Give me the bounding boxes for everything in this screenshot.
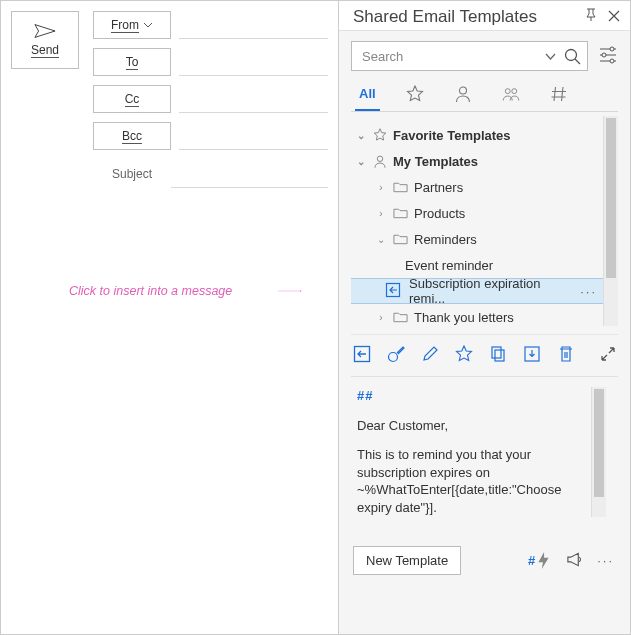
svg-point-9 — [377, 156, 382, 161]
folder-icon — [393, 181, 408, 193]
svg-rect-14 — [495, 350, 504, 361]
person-icon — [373, 154, 387, 169]
folder-icon — [393, 233, 408, 245]
from-label: From — [111, 18, 139, 33]
compose-pane: Send From To Cc — [1, 1, 339, 634]
tree-label: Subscription expiration remi... — [409, 276, 574, 306]
tree-item-event-reminder[interactable]: Event reminder — [351, 252, 603, 278]
tree-label: Event reminder — [405, 258, 493, 273]
tab-favorite-icon[interactable] — [402, 81, 428, 111]
arrow-annotation — [231, 290, 349, 292]
chevron-right-icon: › — [375, 208, 387, 219]
tab-person-icon[interactable] — [450, 81, 476, 111]
to-button[interactable]: To — [93, 48, 171, 76]
preview-hash: ## — [357, 387, 591, 405]
to-field[interactable] — [179, 48, 328, 76]
chevron-right-icon: › — [375, 312, 387, 323]
cc-label: Cc — [125, 92, 140, 107]
subject-label: Subject — [93, 167, 171, 181]
svg-point-12 — [389, 353, 398, 362]
search-icon[interactable] — [564, 48, 581, 65]
tree-label: Reminders — [414, 232, 477, 247]
bcc-label: Bcc — [122, 129, 142, 144]
send-button[interactable]: Send — [11, 11, 79, 69]
tree-label: My Templates — [393, 154, 478, 169]
tree-label: Partners — [414, 180, 463, 195]
megaphone-icon[interactable] — [566, 551, 583, 571]
chevron-down-icon — [143, 22, 153, 28]
hash-bolt-icon[interactable]: # — [528, 552, 552, 569]
tab-all[interactable]: All — [355, 82, 380, 111]
toolbar-star-icon[interactable] — [455, 345, 473, 366]
bcc-button[interactable]: Bcc — [93, 122, 171, 150]
scroll-thumb[interactable] — [606, 118, 616, 278]
svg-line-2 — [575, 59, 580, 64]
tree-item-subscription-expiration[interactable]: Subscription expiration remi... ··· — [351, 278, 603, 304]
send-icon — [34, 23, 56, 39]
toolbar-edit-icon[interactable] — [421, 345, 439, 366]
tree-folder-partners[interactable]: › Partners — [351, 174, 603, 200]
panel-title: Shared Email Templates — [353, 7, 537, 27]
tree-label: Thank you letters — [414, 310, 514, 325]
from-button[interactable]: From — [93, 11, 171, 39]
tree-folder-thank-you[interactable]: › Thank you letters — [351, 304, 603, 330]
tree-scrollbar[interactable] — [603, 116, 618, 326]
filter-icon[interactable] — [598, 46, 618, 67]
search-input[interactable]: Search — [351, 41, 588, 71]
preview-scrollbar[interactable] — [591, 387, 606, 517]
to-label: To — [126, 55, 139, 70]
svg-point-6 — [459, 87, 466, 94]
chevron-down-icon: ⌄ — [355, 156, 367, 167]
svg-point-7 — [505, 89, 510, 94]
svg-rect-13 — [492, 347, 501, 358]
tree-group-my-templates[interactable]: ⌄ My Templates — [351, 148, 603, 174]
chevron-down-icon: ⌄ — [355, 130, 367, 141]
folder-icon — [393, 311, 408, 323]
close-icon[interactable] — [608, 7, 620, 27]
tree-label: Products — [414, 206, 465, 221]
expand-icon[interactable] — [600, 346, 616, 365]
chevron-right-icon: › — [375, 182, 387, 193]
toolbar-delete-icon[interactable] — [557, 345, 575, 366]
pin-icon[interactable] — [584, 7, 598, 27]
toolbar-insert-icon[interactable] — [353, 345, 371, 366]
svg-point-1 — [566, 49, 577, 60]
star-icon — [373, 128, 387, 142]
tree-folder-reminders[interactable]: ⌄ Reminders — [351, 226, 603, 252]
tree-group-favorites[interactable]: ⌄ Favorite Templates — [351, 122, 603, 148]
svg-point-8 — [511, 89, 516, 94]
more-dots-icon[interactable]: ··· — [597, 553, 614, 568]
chevron-down-icon[interactable] — [545, 53, 556, 60]
templates-panel: Shared Email Templates Search — [339, 1, 630, 634]
callout-annotation: Click to insert into a message — [69, 284, 232, 298]
preview-greeting: Dear Customer, — [357, 417, 591, 435]
preview-body: This is to remind you that your subscrip… — [357, 446, 591, 516]
chevron-down-icon: ⌄ — [375, 234, 387, 245]
bcc-field[interactable] — [179, 122, 328, 150]
svg-point-5 — [610, 59, 614, 63]
toolbar-copy-icon[interactable] — [489, 345, 507, 366]
scroll-thumb[interactable] — [594, 389, 604, 497]
tab-hash-icon[interactable] — [546, 81, 572, 111]
toolbar-import-icon[interactable] — [523, 345, 541, 366]
cc-button[interactable]: Cc — [93, 85, 171, 113]
more-dots-icon[interactable]: ··· — [580, 284, 597, 299]
cc-field[interactable] — [179, 85, 328, 113]
new-template-button[interactable]: New Template — [353, 546, 461, 575]
search-placeholder: Search — [362, 49, 403, 64]
tree-folder-products[interactable]: › Products — [351, 200, 603, 226]
template-preview: ## Dear Customer, This is to remind you … — [351, 376, 618, 538]
send-label: Send — [31, 43, 59, 58]
tab-people-icon[interactable] — [498, 81, 524, 111]
svg-point-4 — [602, 53, 606, 57]
svg-point-3 — [610, 47, 614, 51]
subject-field[interactable] — [171, 160, 328, 188]
folder-icon — [393, 207, 408, 219]
tree-label: Favorite Templates — [393, 128, 511, 143]
toolbar-pen-globe-icon[interactable] — [387, 345, 405, 366]
template-tree: ⌄ Favorite Templates ⌄ My Templates › Pa… — [351, 116, 603, 330]
from-field[interactable] — [179, 11, 328, 39]
insert-template-icon[interactable] — [385, 282, 401, 301]
